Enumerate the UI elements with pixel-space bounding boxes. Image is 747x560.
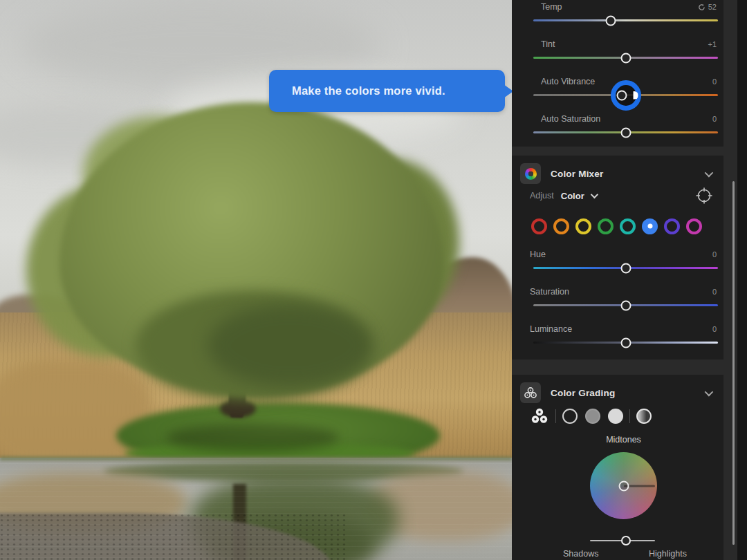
swatch-teal[interactable] <box>620 218 636 234</box>
swatch-red[interactable] <box>531 218 547 234</box>
tint-slider-handle[interactable] <box>620 53 631 63</box>
slider-value-tint: +1 <box>708 40 717 48</box>
slider-label-tint: Tint <box>541 39 555 49</box>
tree-shadow <box>166 423 339 452</box>
edit-panel: Temp 52 Tint +1 <box>512 0 747 560</box>
wheel-luminance-handle[interactable] <box>621 536 631 545</box>
slider-value-auto-vibrance: 0 <box>712 77 717 86</box>
color-grading-card: Color Grading <box>512 375 723 560</box>
swatch-yellow[interactable] <box>575 218 591 234</box>
photo-canvas[interactable]: Make the colors more vivid. <box>0 0 512 560</box>
app-window: Make the colors more vivid. Temp 52 <box>0 0 747 560</box>
hue-slider-handle[interactable] <box>620 263 631 273</box>
wheel-handle[interactable] <box>618 480 629 491</box>
divider <box>555 409 556 423</box>
slider-row-auto-vibrance: Auto Vibrance 0 <box>512 75 723 112</box>
slider-label-temp: Temp <box>541 2 562 12</box>
footer-label-shadows: Shadows <box>563 549 598 559</box>
temp-slider[interactable] <box>533 19 718 21</box>
tint-slider[interactable] <box>533 57 718 59</box>
slider-label-auto-saturation: Auto Saturation <box>541 114 600 124</box>
slider-row-auto-saturation: Auto Saturation 0 <box>512 112 723 149</box>
swatch-magenta[interactable] <box>686 218 702 234</box>
color-grading-title: Color Grading <box>551 388 705 398</box>
grading-mode-row <box>530 407 652 426</box>
three-way-icon <box>530 407 549 425</box>
slider-label-luminance: Luminance <box>530 324 572 334</box>
auto-saturation-slider-handle[interactable] <box>620 127 631 138</box>
slider-label-auto-vibrance: Auto Vibrance <box>541 77 595 86</box>
adjust-mode-dropdown[interactable]: Color <box>561 191 584 201</box>
luminance-slider[interactable] <box>533 342 718 344</box>
chevron-down-icon[interactable] <box>590 191 598 198</box>
mode-shadows-button[interactable] <box>562 409 578 424</box>
adjust-row: Adjust Color <box>530 187 714 204</box>
slider-row-saturation: Saturation 0 <box>512 285 723 322</box>
slider-label-hue: Hue <box>530 250 546 259</box>
color-grading-header[interactable]: Color Grading <box>520 382 715 404</box>
panel-edge <box>737 0 747 560</box>
auto-saturation-slider[interactable] <box>533 131 718 133</box>
collapse-chevron-icon[interactable] <box>705 168 714 177</box>
slider-row-temp: Temp 52 <box>512 0 723 37</box>
panel-scrollbar[interactable] <box>732 181 735 545</box>
mode-three-way-button[interactable] <box>530 407 549 425</box>
swatch-green[interactable] <box>598 218 614 234</box>
adjust-label: Adjust <box>530 191 554 200</box>
chat-bubble-tail <box>504 84 512 98</box>
mixer-sliders: Hue 0 Saturation 0 <box>512 248 723 360</box>
slider-value-auto-saturation: 0 <box>712 115 717 123</box>
collapse-chevron-icon[interactable] <box>705 387 714 396</box>
swatch-orange[interactable] <box>553 218 569 234</box>
tree-canopy-shade <box>208 304 374 387</box>
water-ripples <box>0 458 512 560</box>
reset-icon <box>698 3 706 11</box>
slider-row-tint: Tint +1 <box>512 37 723 75</box>
slider-value-temp: 52 <box>698 3 717 11</box>
saturation-slider-handle[interactable] <box>620 300 631 310</box>
color-mixer-title: Color Mixer <box>551 169 705 179</box>
wheel-label: Midtones <box>590 435 657 445</box>
slider-value-luminance: 0 <box>712 325 717 333</box>
tree-trunk-base <box>220 400 256 418</box>
footer-label-highlights: Highlights <box>649 549 687 559</box>
mode-midtones-button[interactable] <box>585 409 600 424</box>
wheel-luminance-slider[interactable] <box>590 535 655 546</box>
swatch-purple[interactable] <box>664 218 680 234</box>
slider-row-hue: Hue 0 <box>512 248 723 285</box>
grading-footer: Shadows Highlights <box>512 548 723 560</box>
chat-bubble-text: Make the colors more vivid. <box>292 84 445 97</box>
slider-row-luminance: Luminance 0 <box>512 322 723 360</box>
slider-value-saturation: 0 <box>712 288 717 296</box>
saturation-slider[interactable] <box>533 304 718 306</box>
color-mixer-icon <box>520 163 541 184</box>
swatch-blue[interactable] <box>642 218 658 234</box>
midtones-color-wheel[interactable] <box>590 452 657 519</box>
targeted-adjustment-button[interactable] <box>694 186 714 205</box>
divider <box>629 409 630 423</box>
swatch-row <box>531 217 702 235</box>
slider-value-hue: 0 <box>712 250 717 259</box>
auto-vibrance-slider[interactable] <box>533 94 718 96</box>
luminance-slider-handle[interactable] <box>620 337 631 348</box>
slider-label-saturation: Saturation <box>530 287 569 297</box>
color-mixer-card: Color Mixer Adjust Color <box>512 156 723 360</box>
hue-slider[interactable] <box>533 267 718 269</box>
mode-highlights-button[interactable] <box>608 409 623 424</box>
color-mixer-header[interactable]: Color Mixer <box>520 162 715 185</box>
chat-bubble: Make the colors more vivid. <box>269 70 505 112</box>
color-grading-icon <box>520 382 541 403</box>
light-adjustments-card: Temp 52 Tint +1 <box>512 0 723 147</box>
auto-vibrance-slider-handle[interactable] <box>616 90 627 100</box>
mode-global-button[interactable] <box>636 409 652 424</box>
temp-slider-handle[interactable] <box>606 15 616 26</box>
target-icon <box>695 187 713 205</box>
